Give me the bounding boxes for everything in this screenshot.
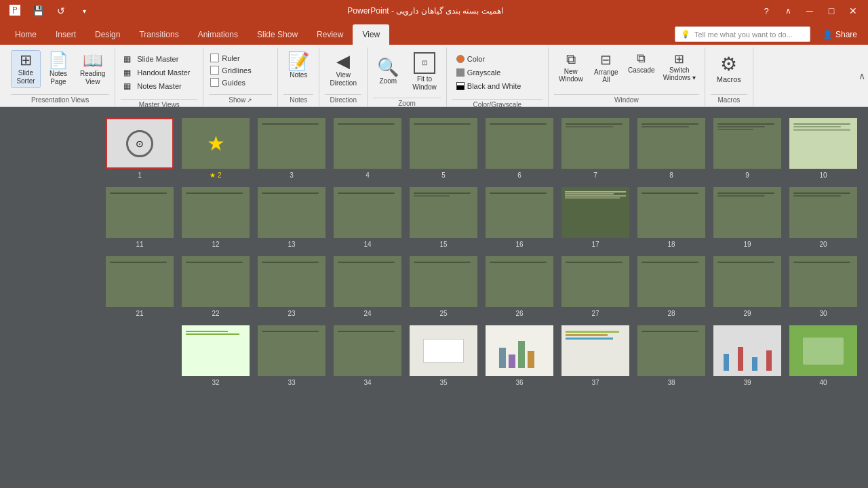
fit-to-window-btn[interactable]: ⊡ Fit toWindow	[408, 50, 441, 94]
slide-item-10[interactable]: 10	[789, 118, 857, 179]
slide-item-32[interactable]: 32	[182, 325, 250, 386]
slide-thumb-29	[713, 256, 781, 307]
slide-item-13[interactable]: 13	[258, 187, 326, 248]
slide-thumb-4	[334, 118, 401, 169]
tab-animations[interactable]: Animations	[189, 24, 248, 45]
slide-item-26[interactable]: 26	[486, 256, 553, 317]
slide-sorter-btn[interactable]: ⊞ SlideSorter	[11, 50, 41, 88]
slide-item-37[interactable]: 37	[561, 325, 629, 386]
slide-item-34[interactable]: 34	[334, 325, 401, 386]
tab-home[interactable]: Home	[5, 24, 46, 45]
close-btn[interactable]: ✕	[844, 4, 863, 18]
color-btn[interactable]: Color	[452, 53, 540, 65]
slide-item-25[interactable]: 25	[410, 256, 477, 317]
ribbon-collapse-arrow[interactable]: ∧	[859, 70, 865, 81]
tell-me-input[interactable]: 💡 Tell me what you want to do...	[675, 26, 810, 42]
zoom-btn[interactable]: 🔍 Zoom	[373, 56, 403, 87]
slide-item-1[interactable]: ⊙ 1	[106, 118, 174, 179]
slide-item-23[interactable]: 23	[258, 256, 326, 317]
tab-design[interactable]: Design	[85, 24, 130, 45]
show-more-icon[interactable]: ↗	[247, 97, 252, 104]
slide-item-39[interactable]: 39	[713, 325, 781, 386]
slide-num-29: 29	[743, 310, 751, 317]
new-window-btn[interactable]: ⧉ NewWindow	[554, 50, 588, 84]
grayscale-dot	[456, 68, 465, 77]
macros-btn[interactable]: ⚙ Macros	[711, 50, 747, 86]
black-white-btn[interactable]: Black and White	[452, 80, 540, 92]
quickaccess-dropdown[interactable]: ▾	[75, 4, 94, 18]
slide-item-4[interactable]: 4	[334, 118, 401, 179]
share-label: Share	[835, 30, 857, 39]
arrange-all-btn[interactable]: ⊟ ArrangeAll	[589, 50, 623, 85]
slide-item-21[interactable]: 21	[106, 256, 174, 317]
slide-thumb-25	[410, 256, 477, 307]
reading-view-label: ReadingView	[80, 70, 105, 86]
slide-item-5[interactable]: 5	[410, 118, 477, 179]
slide-item-2[interactable]: ★ ★ 2	[182, 118, 250, 179]
help-icon[interactable]: ?	[757, 4, 776, 18]
minimize-btn[interactable]: ─	[800, 4, 819, 18]
cascade-btn[interactable]: ⧉ Cascade	[625, 50, 658, 75]
slide-master-btn[interactable]: ▦ Slide Master	[121, 53, 193, 65]
slide-item-11[interactable]: 11	[106, 187, 174, 248]
slide-num-23: 23	[288, 310, 295, 317]
save-quick-btn[interactable]: 💾	[28, 4, 47, 18]
slide-item-28[interactable]: 28	[637, 256, 705, 317]
slide-item-6[interactable]: 6	[486, 118, 553, 179]
slide-num-3: 3	[290, 171, 294, 179]
undo-quick-btn[interactable]: ↺	[52, 4, 71, 18]
reading-view-btn[interactable]: 📖 ReadingView	[76, 50, 109, 88]
ruler-checkbox[interactable]: Ruler	[209, 53, 252, 63]
slide-num-26: 26	[515, 310, 523, 317]
slide-item-15[interactable]: 15	[410, 187, 477, 248]
slide-item-19[interactable]: 19	[713, 187, 781, 248]
slide-item-35[interactable]: 35	[410, 325, 477, 386]
slide-item-24[interactable]: 24	[334, 256, 401, 317]
restore-btn[interactable]: □	[822, 4, 841, 18]
slide-item-14[interactable]: 14	[334, 187, 401, 248]
slide-item-18[interactable]: 18	[637, 187, 705, 248]
notes-master-btn[interactable]: ▦ Notes Master	[121, 80, 193, 92]
gridlines-checkbox[interactable]: Gridlines	[209, 65, 252, 75]
lightbulb-icon: 💡	[681, 30, 690, 39]
slide-item-20[interactable]: 20	[789, 187, 857, 248]
view-direction-btn[interactable]: ◀ ViewDirection	[325, 50, 361, 89]
slide-item-40[interactable]: 40	[789, 325, 857, 386]
slide-sorter-icon: ⊞	[20, 53, 32, 68]
slide-item-36[interactable]: 36	[486, 325, 553, 386]
ribbon-collapse-btn[interactable]: ∧	[778, 4, 797, 18]
tab-review[interactable]: Review	[307, 24, 353, 45]
tab-insert[interactable]: Insert	[46, 24, 85, 45]
slide-item-30[interactable]: 30	[789, 256, 857, 317]
slide-thumb-37	[561, 325, 629, 376]
tab-slideshow[interactable]: Slide Show	[248, 24, 307, 45]
slide-item-7[interactable]: 7	[561, 118, 629, 179]
slide-item-3[interactable]: 3	[258, 118, 326, 179]
ribbon-tabs: Home Insert Design Transitions Animation…	[0, 22, 868, 45]
slide-item-33[interactable]: 33	[258, 325, 326, 386]
fit-window-icon: ⊡	[414, 52, 435, 74]
handout-master-btn[interactable]: ▦ Handout Master	[121, 66, 193, 79]
notes-page-btn[interactable]: 📄 NotesPage	[43, 50, 73, 88]
slide-thumb-30	[789, 256, 857, 307]
slide-num-36: 36	[515, 379, 523, 386]
slide-item-16[interactable]: 16	[486, 187, 553, 248]
share-btn[interactable]: 👤 Share	[817, 27, 863, 42]
slide-item-8[interactable]: 8	[637, 118, 705, 179]
slide-item-12[interactable]: 12	[182, 187, 250, 248]
slide-num-9: 9	[745, 171, 749, 179]
switch-windows-btn[interactable]: ⊞ SwitchWindows ▾	[660, 50, 699, 83]
slide-item-38[interactable]: 38	[637, 325, 705, 386]
slide-num-22: 22	[212, 310, 219, 317]
tab-view[interactable]: View	[353, 24, 389, 45]
slide-thumb-40	[789, 325, 857, 376]
slide-item-17[interactable]: 17	[561, 187, 629, 248]
slide-item-29[interactable]: 29	[713, 256, 781, 317]
guides-checkbox[interactable]: Guides	[209, 77, 252, 87]
slide-item-27[interactable]: 27	[561, 256, 629, 317]
slide-item-9[interactable]: 9	[713, 118, 781, 179]
grayscale-btn[interactable]: Grayscale	[452, 66, 540, 79]
slide-item-22[interactable]: 22	[182, 256, 250, 317]
tab-transitions[interactable]: Transitions	[130, 24, 188, 45]
notes-btn[interactable]: 📝 Notes	[283, 50, 313, 81]
